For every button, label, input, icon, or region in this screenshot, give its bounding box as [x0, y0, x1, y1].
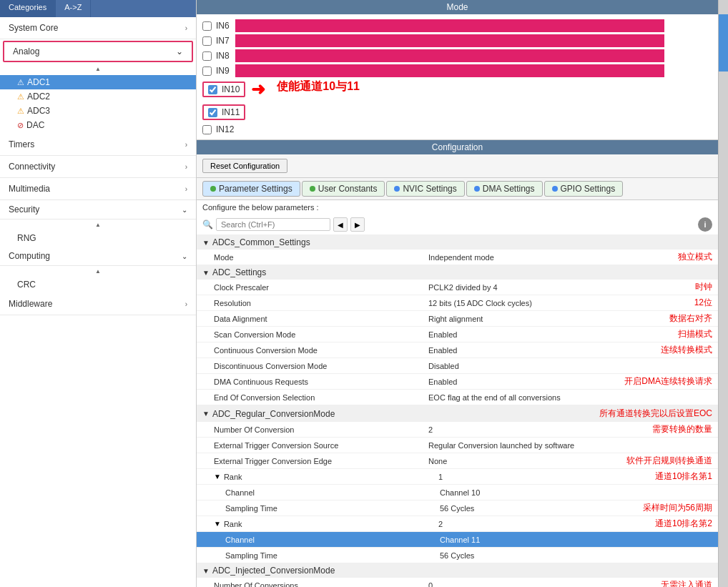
- info-button[interactable]: i: [698, 217, 712, 232]
- pval-eoc: EOC flag at the end of all conversions: [428, 393, 712, 402]
- sidebar-item-security[interactable]: Security ⌄: [0, 200, 196, 219]
- param-rank2: ▼ Rank 2 通道10排名第2: [197, 516, 718, 532]
- chevron-down-icon: ⌄: [176, 46, 183, 56]
- pval-ch11: Channel 11: [440, 536, 712, 544]
- right-scrollbar[interactable]: [718, 0, 728, 587]
- tab-parameter-settings[interactable]: Parameter Settings: [202, 181, 300, 197]
- param-clock-prescaler: Clock Prescaler PCLK2 divided by 4 时钟: [197, 280, 718, 295]
- analog-items: ⚠ ADC1 ⚠ ADC2 ⚠ ADC3 ⊘ DAC: [0, 74, 196, 134]
- config-desc: Configure the below parameters :: [197, 200, 718, 214]
- param-ext-trig: External Trigger Conversion Source Regul…: [197, 438, 718, 453]
- collapse-rank1-icon[interactable]: ▼: [214, 473, 221, 480]
- panno-cont: 连续转换模式: [661, 344, 712, 356]
- group-adc-settings[interactable]: ▼ ADC_Settings: [197, 265, 718, 280]
- scrollbar-thumb[interactable]: [719, 14, 728, 71]
- tab-gpio-label: GPIO Settings: [561, 184, 616, 194]
- computing-label: Computing: [9, 251, 50, 261]
- sidebar-item-multimedia[interactable]: Multimedia ›: [0, 178, 196, 200]
- pname-align: Data Alignment: [214, 315, 428, 323]
- tab-categories[interactable]: Categories: [0, 0, 56, 17]
- sidebar-item-rng[interactable]: RNG: [0, 231, 196, 245]
- sidebar-item-middleware[interactable]: Middleware ›: [0, 293, 196, 315]
- reset-config-button[interactable]: Reset Configuration: [202, 159, 287, 173]
- sidebar-item-adc3[interactable]: ⚠ ADC3: [0, 104, 196, 118]
- sidebar-item-dac[interactable]: ⊘ DAC: [0, 118, 196, 132]
- mode-annotation: 使能通道10与11: [277, 79, 360, 94]
- security-label: Security: [9, 204, 39, 214]
- sidebar-item-adc1[interactable]: ⚠ ADC1: [0, 75, 196, 89]
- sidebar-item-timers[interactable]: Timers ›: [0, 134, 196, 156]
- group-adcs-common[interactable]: ▼ ADCs_Common_Settings: [197, 235, 718, 250]
- sidebar-item-computing[interactable]: Computing ⌄: [0, 247, 196, 266]
- collapse-rank2-icon[interactable]: ▼: [214, 520, 221, 528]
- crc-label: CRC: [17, 280, 36, 290]
- scroll-up-sec-icon[interactable]: ▲: [91, 221, 105, 228]
- tab-user-constants[interactable]: User Constants: [302, 181, 385, 197]
- next-result-button[interactable]: ▶: [350, 217, 365, 232]
- tab-dma-settings[interactable]: DMA Settings: [466, 181, 543, 197]
- scroll-up-icon[interactable]: ▲: [91, 65, 105, 72]
- sidebar-item-system-core[interactable]: System Core ›: [0, 17, 196, 39]
- group-regular-conv[interactable]: ▼ ADC_Regular_ConversionMode 所有通道转换完以后设置…: [197, 405, 718, 422]
- tab-user-label: User Constants: [318, 184, 378, 194]
- multimedia-label: Multimedia: [9, 184, 50, 194]
- scroll-up-comp-icon[interactable]: ▲: [91, 267, 105, 275]
- sidebar: Categories A->Z System Core › Analog ⌄ ▲…: [0, 0, 197, 587]
- pval-extedge: None: [428, 457, 621, 465]
- tab-az[interactable]: A->Z: [56, 0, 91, 17]
- param-resolution: Resolution 12 bits (15 ADC Clock cycles)…: [197, 295, 718, 311]
- tab-dot-dma: [474, 186, 480, 192]
- pname-dma: DMA Continuous Requests: [214, 378, 428, 386]
- checkbox-in12[interactable]: [202, 125, 212, 134]
- tab-nvic-settings[interactable]: NVIC Settings: [386, 181, 464, 197]
- checkbox-in11[interactable]: [208, 108, 217, 117]
- checkbox-in8[interactable]: [202, 51, 212, 61]
- pname-rank2: Rank: [224, 520, 438, 528]
- group-label: ADCs_Common_Settings: [212, 237, 310, 247]
- param-eoc: End Of Conversion Selection EOC flag at …: [197, 390, 718, 405]
- dac-label: DAC: [26, 120, 44, 130]
- group-regular-label: ADC_Regular_ConversionMode: [212, 409, 335, 419]
- label-in8: IN8: [216, 51, 230, 61]
- group-adc-label: ADC_Settings: [212, 267, 266, 277]
- pval-res: 12 bits (15 ADC Clock cycles): [428, 299, 689, 307]
- checkbox-in9[interactable]: [202, 66, 212, 76]
- label-in9: IN9: [216, 66, 230, 76]
- pval-dma: Enabled: [428, 378, 619, 386]
- mode-item-in9: IN9: [202, 64, 712, 77]
- param-sampling2: Sampling Time 56 Cycles: [197, 548, 718, 563]
- pval-samp1: 56 Cycles: [440, 504, 637, 513]
- pval-exttrig: Regular Conversion launched by software: [428, 441, 712, 450]
- group-injected[interactable]: ▼ ADC_Injected_ConversionMode: [197, 563, 718, 578]
- pname-discont: Discontinuous Conversion Mode: [214, 362, 428, 370]
- collapse-icon-adc: ▼: [202, 269, 210, 277]
- panno-rank2: 通道10排名第2: [655, 518, 712, 530]
- config-tabs: Parameter Settings User Constants NVIC S…: [197, 178, 718, 200]
- tab-dma-label: DMA Settings: [483, 184, 535, 194]
- adc3-label: ADC3: [27, 106, 50, 116]
- connectivity-label: Connectivity: [9, 162, 55, 172]
- search-input[interactable]: [216, 218, 330, 231]
- checkbox-in10[interactable]: [208, 85, 217, 94]
- pname-exttrig: External Trigger Conversion Source: [214, 441, 428, 450]
- sidebar-item-crc[interactable]: CRC: [0, 277, 196, 292]
- sidebar-item-connectivity[interactable]: Connectivity ›: [0, 156, 196, 178]
- checkbox-in7[interactable]: [202, 36, 212, 46]
- tab-gpio-settings[interactable]: GPIO Settings: [544, 181, 624, 197]
- chevron-right-icon-mw: ›: [185, 300, 187, 308]
- chevron-right-icon-mm: ›: [185, 185, 187, 193]
- timers-label: Timers: [9, 139, 34, 149]
- panno-samp1: 采样时间为56周期: [643, 502, 712, 514]
- prev-result-button[interactable]: ◀: [333, 217, 348, 232]
- tab-dot-gpio: [552, 186, 558, 192]
- warning-icon-adc2: ⚠: [17, 92, 24, 102]
- chevron-right-icon: ›: [185, 24, 187, 32]
- group-injected-label: ADC_Injected_ConversionMode: [212, 566, 335, 576]
- panno-clock: 时钟: [695, 281, 712, 293]
- checkbox-in6[interactable]: [202, 21, 212, 31]
- param-scan: Scan Conversion Mode Enabled 扫描模式: [197, 327, 718, 342]
- panno-numconv: 需要转换的数量: [652, 423, 712, 435]
- sidebar-item-analog[interactable]: Analog ⌄: [3, 41, 193, 62]
- sidebar-item-adc2[interactable]: ⚠ ADC2: [0, 89, 196, 104]
- params-table: ▼ ADCs_Common_Settings Mode Independent …: [197, 235, 718, 587]
